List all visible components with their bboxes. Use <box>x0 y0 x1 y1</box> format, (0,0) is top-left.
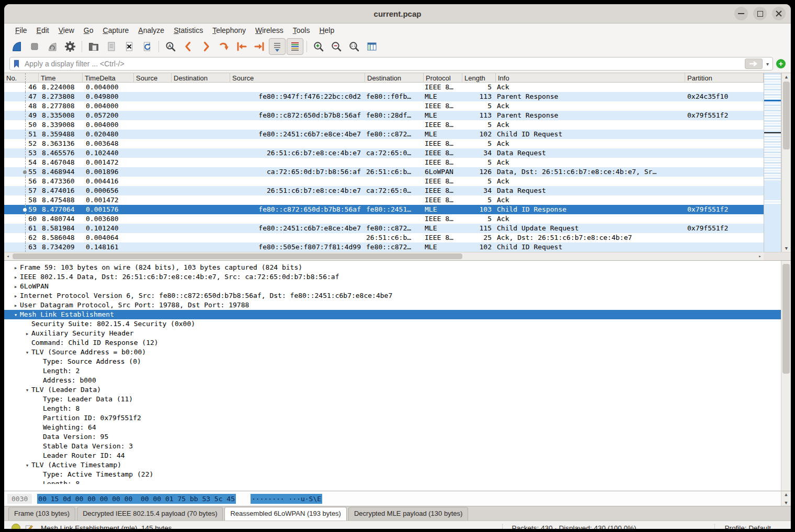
detail-line[interactable]: Command: Child ID Response (12) <box>4 338 791 348</box>
packet-row-46[interactable]: 468.2240080.004000IEEE 8…5Ack <box>4 83 764 92</box>
open-file-button[interactable] <box>85 38 102 55</box>
go-last-packet-button[interactable] <box>251 38 268 55</box>
auto-scroll-button[interactable] <box>269 38 286 55</box>
save-file-button[interactable] <box>103 38 120 55</box>
display-filter-field[interactable]: ▾ <box>9 57 773 71</box>
detail-line[interactable]: Partition ID: 0x79f551f2 <box>4 413 791 423</box>
find-packet-button[interactable]: A <box>162 38 179 55</box>
expanded-arrow-icon[interactable]: ▾ <box>23 386 31 395</box>
packet-row-61[interactable]: 618.5819840.101240fe80::2451:c6b7:e8ce:4… <box>4 224 764 233</box>
expanded-arrow-icon[interactable]: ▾ <box>23 348 31 357</box>
packet-row-57[interactable]: 578.4740160.00065626:51:c6:b7:e8:ce:4b:e… <box>4 186 764 195</box>
detail-line[interactable]: ▾TLV (Source Address = b0:00) <box>4 348 791 357</box>
byte-view-tab[interactable]: Decrypted MLE payload (130 bytes) <box>348 507 468 521</box>
packet-row-55[interactable]: 558.4689440.001896ca:72:65:0d:b7:b8:56:a… <box>4 167 764 177</box>
maximize-button[interactable] <box>753 7 767 20</box>
detail-line[interactable]: Type: Active Timestamp (22) <box>4 470 791 479</box>
menu-analyze[interactable]: Analyze <box>133 25 169 36</box>
scroll-up-arrow[interactable]: ▲ <box>782 73 791 80</box>
byte-view-tab[interactable]: Frame (103 bytes) <box>8 507 75 521</box>
packet-list-vertical-scrollbar[interactable]: ▲ ▼ <box>781 73 791 252</box>
hscroll-thumb[interactable] <box>13 253 462 259</box>
detail-line[interactable]: ▸IEEE 802.15.4 Data, Dst: 26:51:c6:b7:e8… <box>4 272 791 282</box>
detail-line[interactable]: Length: 2 <box>4 366 791 376</box>
packet-row-48[interactable]: 488.2778080.004000IEEE 8…5Ack <box>4 101 764 111</box>
collapsed-arrow-icon[interactable]: ▸ <box>12 292 20 301</box>
packet-row-53[interactable]: 538.4655760.10244026:51:c6:b7:e8:ce:4b:e… <box>4 148 764 158</box>
column-header-info-9[interactable]: Info <box>496 73 685 83</box>
packet-row-62[interactable]: 628.5860480.00406426:51:c6:b…IEEE 8…25Ac… <box>4 233 764 242</box>
column-header-destination-6[interactable]: Destination <box>365 73 424 83</box>
byte-view-tab[interactable]: Decrypted IEEE 802.15.4 payload (70 byte… <box>77 507 223 521</box>
capture-comment-icon[interactable] <box>25 524 33 529</box>
column-header-source-5[interactable]: Source <box>230 73 365 83</box>
detail-line[interactable]: ▾Mesh Link Establishment <box>4 310 791 319</box>
go-back-button[interactable] <box>180 38 197 55</box>
packet-row-49[interactable]: 498.3350080.057200fe80::c872:650d:b7b8:5… <box>4 111 764 120</box>
zoom-in-button[interactable] <box>310 38 327 55</box>
detail-line[interactable]: ▸Frame 59: 103 bytes on wire (824 bits),… <box>4 263 791 272</box>
reload-file-button[interactable] <box>139 38 155 55</box>
collapsed-arrow-icon[interactable]: ▸ <box>12 263 20 273</box>
stop-capture-button[interactable] <box>26 38 43 55</box>
menu-go[interactable]: Go <box>79 25 98 36</box>
detail-line[interactable]: Security Suite: 802.15.4 Security (0x00) <box>4 319 791 329</box>
detail-line[interactable]: ▾TLV (Active Timestamp) <box>4 460 791 470</box>
detail-line[interactable]: Type: Leader Data (11) <box>4 395 791 404</box>
go-first-packet-button[interactable] <box>233 38 250 55</box>
filter-dropdown-caret[interactable]: ▾ <box>765 61 770 67</box>
packet-row-47[interactable]: 478.2738080.049800fe80::947f:f476:22bc:c… <box>4 92 764 101</box>
menu-wireless[interactable]: Wireless <box>251 25 288 36</box>
minimize-button[interactable] <box>734 7 748 20</box>
close-button[interactable] <box>772 7 786 20</box>
display-filter-input[interactable] <box>24 59 743 68</box>
packet-row-56[interactable]: 568.4733600.004416IEEE 8…5Ack <box>4 177 764 186</box>
detail-line[interactable]: Length: 8 <box>4 404 791 413</box>
collapsed-arrow-icon[interactable]: ▸ <box>12 301 20 310</box>
detail-line[interactable]: ▸Auxiliary Security Header <box>4 329 791 338</box>
detail-line[interactable]: Weighting: 64 <box>4 423 791 432</box>
packet-row-50[interactable]: 508.3390080.004000IEEE 8…5Ack <box>4 120 764 130</box>
menu-tools[interactable]: Tools <box>288 25 315 36</box>
detail-line[interactable]: Stable Data Version: 3 <box>4 442 791 451</box>
close-file-button[interactable] <box>121 38 138 55</box>
byte-view-tab[interactable]: Reassembled 6LoWPAN (193 bytes) <box>224 507 346 521</box>
hex-ascii-highlighted[interactable]: ········ ···u·S\E <box>251 494 322 504</box>
bytes-vertical-scrollbar[interactable]: ▲▼ <box>781 491 791 506</box>
packet-row-52[interactable]: 528.3631360.003648IEEE 8…5Ack <box>4 139 764 148</box>
detail-line[interactable]: Length: 8 <box>4 479 791 484</box>
zoom-original-button[interactable]: 1:1 <box>346 38 362 55</box>
menu-help[interactable]: Help <box>314 25 339 36</box>
expert-info-icon[interactable] <box>12 524 20 529</box>
menu-capture[interactable]: Capture <box>98 25 134 36</box>
packet-row-51[interactable]: 518.3594880.020480fe80::2451:c6b7:e8ce:4… <box>4 130 764 139</box>
column-header-time-1[interactable]: Time <box>39 73 83 83</box>
apply-filter-button[interactable] <box>745 59 763 69</box>
restart-capture-button[interactable] <box>44 38 61 55</box>
collapsed-arrow-icon[interactable]: ▸ <box>12 273 20 282</box>
menu-edit[interactable]: Edit <box>32 25 54 36</box>
column-header-source-3[interactable]: Source <box>134 73 172 83</box>
packet-row-60[interactable]: 608.4807440.003680IEEE 8…5Ack <box>4 214 764 224</box>
column-header-length-8[interactable]: Length <box>462 73 496 83</box>
hex-bytes-highlighted[interactable]: 00 15 0d 00 00 00 00 00 00 00 01 75 bb 5… <box>37 494 236 504</box>
column-header-timedelta-2[interactable]: TimeDelta <box>83 73 134 83</box>
zoom-out-button[interactable] <box>328 38 345 55</box>
column-header-destination-4[interactable]: Destination <box>172 73 230 83</box>
detail-line[interactable]: Leader Router ID: 44 <box>4 451 791 460</box>
add-filter-button[interactable]: + <box>776 59 786 68</box>
packet-minimap-scrollbar[interactable] <box>764 73 781 252</box>
detail-line[interactable]: ▸6LoWPAN <box>4 282 791 291</box>
scroll-right-arrow[interactable]: ▸ <box>756 252 764 260</box>
detail-line[interactable]: ▸Internet Protocol Version 6, Src: fe80:… <box>4 291 791 300</box>
resize-columns-button[interactable] <box>364 38 380 55</box>
detail-line[interactable]: ▸User Datagram Protocol, Src Port: 19788… <box>4 300 791 310</box>
collapsed-arrow-icon[interactable]: ▸ <box>23 329 31 339</box>
column-header-partition-10[interactable]: Partition <box>685 73 764 83</box>
colorize-packets-button[interactable] <box>287 38 303 55</box>
scroll-down-arrow[interactable]: ▼ <box>782 245 791 252</box>
detail-line[interactable]: Address: b000 <box>4 376 791 385</box>
collapsed-arrow-icon[interactable]: ▸ <box>12 282 20 292</box>
packet-row-54[interactable]: 548.4670480.001472IEEE 8…5Ack <box>4 158 764 167</box>
status-profile[interactable]: Profile: Default <box>714 524 771 529</box>
